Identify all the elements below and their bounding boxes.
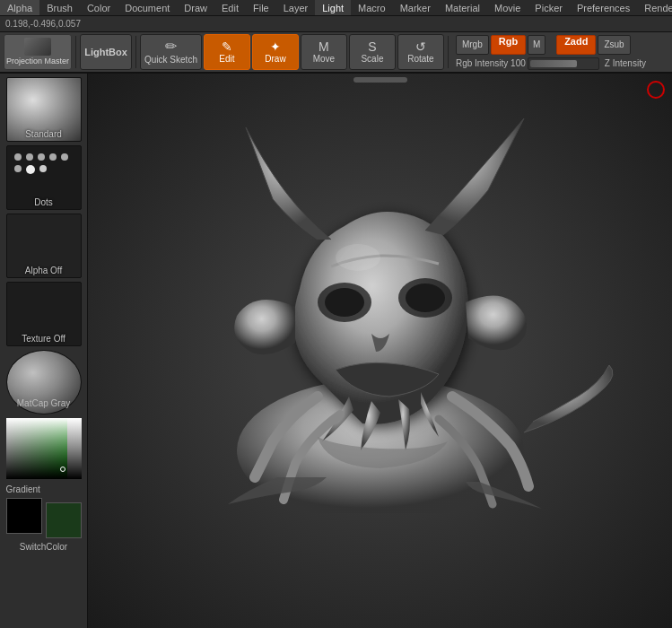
indicator-circle	[647, 81, 665, 99]
right-controls: Mrgb Rgb M Zadd Zsub Rgb Intensity 100 Z…	[456, 35, 646, 70]
svg-point-4	[406, 283, 445, 312]
texture-thumb[interactable]: Texture Off	[6, 282, 82, 346]
edit-label: Edit	[219, 54, 234, 64]
menu-brush[interactable]: Brush	[39, 0, 80, 15]
lightbox-button[interactable]: LightBox	[80, 34, 132, 70]
mrgb-button[interactable]: Mrgb	[456, 35, 489, 55]
menu-document[interactable]: Document	[118, 0, 177, 15]
coords-bar: 0.198,-0.496,0.057	[0, 16, 672, 32]
menu-macro[interactable]: Macro	[351, 0, 393, 15]
switch-color-label: SwitchColor	[6, 542, 82, 552]
rotate-icon: ↺	[415, 40, 426, 53]
quick-sketch-icon: ✏	[165, 39, 177, 54]
rotate-button[interactable]: ↺ Rotate	[397, 34, 444, 70]
separator-2	[135, 36, 136, 68]
coords-value: 0.198,-0.496,0.057	[5, 19, 81, 29]
projection-master-button[interactable]: Projection Master	[4, 34, 72, 70]
dots-pattern	[14, 153, 77, 174]
rgb-intensity-label: Rgb Intensity 100	[456, 58, 526, 68]
matcap-thumb[interactable]: MatCap Gray	[6, 350, 82, 414]
right-row-1: Mrgb Rgb M Zadd Zsub	[456, 35, 646, 55]
svg-point-2	[325, 288, 364, 317]
edit-button[interactable]: ✎ Edit	[204, 34, 250, 70]
separator-3	[448, 36, 449, 68]
draw-button[interactable]: ✦ Draw	[252, 34, 299, 70]
matcap-label: MatCap Gray	[17, 398, 70, 408]
color-gradient	[6, 418, 67, 479]
background-swatch[interactable]	[46, 502, 82, 538]
alpha-label: Alpha Off	[25, 266, 63, 275]
menu-material[interactable]: Material	[438, 0, 487, 15]
quick-sketch-label: Quick Sketch	[144, 55, 197, 65]
menu-draw[interactable]: Draw	[177, 0, 214, 15]
zsub-button[interactable]: Zsub	[598, 35, 630, 55]
move-icon: M	[319, 40, 329, 53]
texture-label: Texture Off	[22, 334, 65, 344]
menu-movie[interactable]: Movie	[487, 0, 528, 15]
switch-swatches[interactable]	[6, 498, 82, 538]
right-row-2: Rgb Intensity 100 Z Intensity	[456, 57, 646, 70]
scale-button[interactable]: S Scale	[349, 34, 396, 70]
menu-alpha[interactable]: Alpha	[0, 0, 39, 15]
draw-label: Draw	[265, 54, 285, 64]
alpha-thumb[interactable]: Alpha Off	[6, 214, 82, 278]
viewport-scrollbar[interactable]	[353, 77, 407, 83]
dots-label: Dots	[34, 197, 53, 207]
rgb-intensity-fill	[530, 60, 577, 67]
menu-preferences[interactable]: Preferences	[570, 0, 637, 15]
toolbar: Projection Master LightBox ✏ Quick Sketc…	[0, 32, 672, 74]
dots-brush-thumb[interactable]: Dots	[6, 145, 82, 210]
m-button[interactable]: M	[528, 35, 545, 55]
rotate-label: Rotate	[407, 54, 433, 64]
separator-1	[75, 36, 76, 68]
model-background	[88, 74, 672, 628]
rgb-button[interactable]: Rgb	[491, 35, 526, 55]
menu-color[interactable]: Color	[80, 0, 118, 15]
svg-point-5	[336, 244, 380, 271]
lightbox-label: LightBox	[84, 47, 127, 57]
3d-model	[120, 92, 641, 513]
main-area: Standard Dots Alpha Off Texture Off MatC…	[0, 74, 672, 628]
scale-icon: S	[368, 40, 376, 53]
menu-render[interactable]: Render	[637, 0, 672, 15]
move-button[interactable]: M Move	[301, 34, 347, 70]
menu-bar: Alpha Brush Color Document Draw Edit Fil…	[0, 0, 672, 16]
standard-label: Standard	[25, 129, 62, 139]
quick-sketch-button[interactable]: ✏ Quick Sketch	[140, 34, 202, 70]
projection-master-label: Projection Master	[6, 57, 69, 66]
draw-icon: ✦	[270, 40, 281, 53]
z-intensity-label: Z Intensity	[605, 58, 646, 68]
move-label: Move	[313, 54, 335, 64]
menu-marker[interactable]: Marker	[393, 0, 438, 15]
standard-brush-thumb[interactable]: Standard	[6, 77, 82, 142]
menu-edit[interactable]: Edit	[214, 0, 246, 15]
foreground-swatch[interactable]	[6, 498, 42, 534]
zadd-button[interactable]: Zadd	[556, 35, 596, 55]
rgb-intensity-slider[interactable]	[528, 57, 599, 70]
menu-file[interactable]: File	[246, 0, 276, 15]
left-panel: Standard Dots Alpha Off Texture Off MatC…	[0, 74, 88, 628]
viewport[interactable]	[88, 74, 672, 628]
menu-layer[interactable]: Layer	[276, 0, 316, 15]
scale-label: Scale	[361, 54, 383, 64]
edit-icon: ✎	[222, 40, 232, 53]
menu-light[interactable]: Light	[315, 0, 351, 15]
menu-picker[interactable]: Picker	[528, 0, 570, 15]
color-picker[interactable]	[6, 418, 82, 481]
brightness-slider[interactable]	[67, 418, 82, 479]
gradient-label: Gradient	[6, 484, 82, 494]
